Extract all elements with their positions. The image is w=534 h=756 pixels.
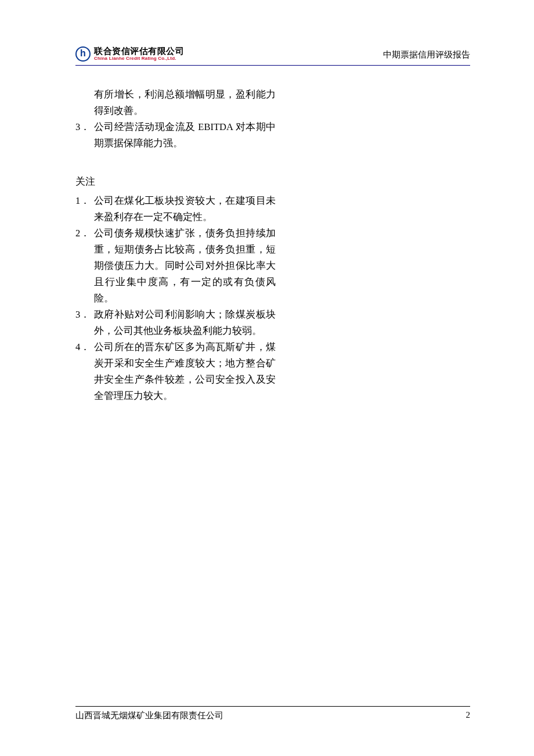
section-heading-concerns: 关注: [75, 174, 276, 190]
page-footer: 山西晋城无烟煤矿业集团有限责任公司 2: [75, 706, 470, 721]
list-number: 3．: [75, 307, 94, 339]
continued-advantages-list: 有所增长，利润总额增幅明显，盈利能力得到改善。 3． 公司经营活动现金流及 EB…: [75, 87, 276, 152]
list-item: 4． 公司所在的晋东矿区多为高瓦斯矿井，煤炭开采和安全生产难度较大；地方整合矿井…: [75, 339, 276, 404]
company-logo-block: 联合资信评估有限公司 China Lianhe Credit Rating Co…: [75, 46, 184, 62]
list-item: 有所增长，利润总额增幅明显，盈利能力得到改善。: [75, 87, 276, 119]
logo-english-name: China Lianhe Credit Rating Co.,Ltd.: [94, 56, 184, 62]
list-item: 2． 公司债务规模快速扩张，债务负担持续加重，短期债务占比较高，债务负担重，短期…: [75, 225, 276, 307]
logo-chinese-name: 联合资信评估有限公司: [94, 46, 184, 56]
concerns-list: 1． 公司在煤化工板块投资较大，在建项目未来盈利存在一定不确定性。 2． 公司债…: [75, 193, 276, 404]
logo-icon: [75, 46, 91, 62]
list-number: 2．: [75, 225, 94, 307]
list-item: 3． 公司经营活动现金流及 EBITDA 对本期中期票据保障能力强。: [75, 119, 276, 152]
list-number: 3．: [75, 119, 94, 152]
list-number: 4．: [75, 339, 94, 404]
list-item-text: 公司经营活动现金流及 EBITDA 对本期中期票据保障能力强。: [94, 119, 276, 152]
footer-company-name: 山西晋城无烟煤矿业集团有限责任公司: [75, 710, 223, 721]
list-item: 3． 政府补贴对公司利润影响大；除煤炭板块外，公司其他业务板块盈利能力较弱。: [75, 307, 276, 339]
page-number: 2: [466, 710, 471, 721]
document-page: 联合资信评估有限公司 China Lianhe Credit Rating Co…: [0, 0, 534, 756]
list-number: 1．: [75, 193, 94, 225]
logo-text: 联合资信评估有限公司 China Lianhe Credit Rating Co…: [94, 46, 184, 61]
list-item-text: 政府补贴对公司利润影响大；除煤炭板块外，公司其他业务板块盈利能力较弱。: [94, 307, 276, 339]
list-item-text: 有所增长，利润总额增幅明显，盈利能力得到改善。: [94, 89, 276, 116]
list-item-text: 公司所在的晋东矿区多为高瓦斯矿井，煤炭开采和安全生产难度较大；地方整合矿井安全生…: [94, 339, 276, 404]
list-item-text: 公司在煤化工板块投资较大，在建项目未来盈利存在一定不确定性。: [94, 193, 276, 225]
body-content: 有所增长，利润总额增幅明显，盈利能力得到改善。 3． 公司经营活动现金流及 EB…: [75, 87, 276, 404]
list-item: 1． 公司在煤化工板块投资较大，在建项目未来盈利存在一定不确定性。: [75, 193, 276, 225]
report-title: 中期票据信用评级报告: [383, 49, 470, 62]
list-item-text: 公司债务规模快速扩张，债务负担持续加重，短期债务占比较高，债务负担重，短期偿债压…: [94, 225, 276, 307]
page-header: 联合资信评估有限公司 China Lianhe Credit Rating Co…: [75, 46, 470, 66]
